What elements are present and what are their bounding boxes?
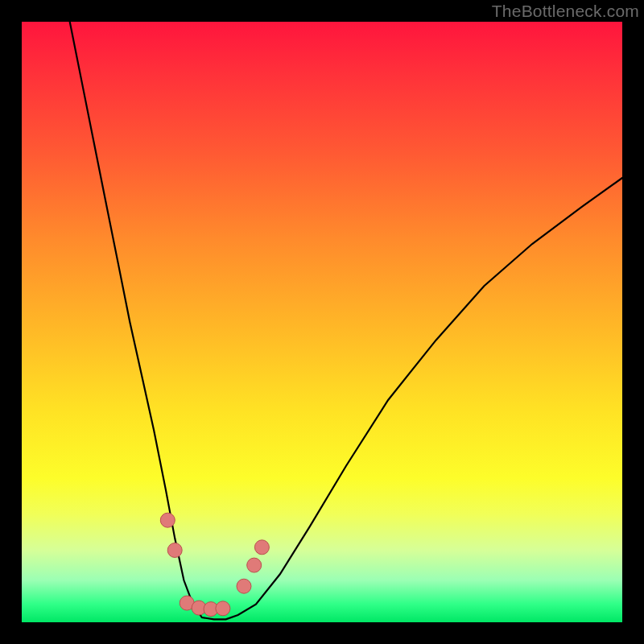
curve-marker [254, 540, 269, 555]
chart-frame: TheBottleneck.com [0, 0, 644, 644]
curve-marker [167, 543, 182, 558]
curve-marker [247, 558, 262, 572]
chart-plot-area [22, 22, 622, 622]
curve-marker [237, 579, 251, 593]
chart-svg [22, 22, 622, 622]
bottleneck-curve [70, 22, 622, 619]
curve-markers [160, 513, 269, 616]
curve-marker [160, 513, 175, 527]
curve-marker [216, 601, 230, 616]
watermark-text: TheBottleneck.com [492, 2, 639, 21]
